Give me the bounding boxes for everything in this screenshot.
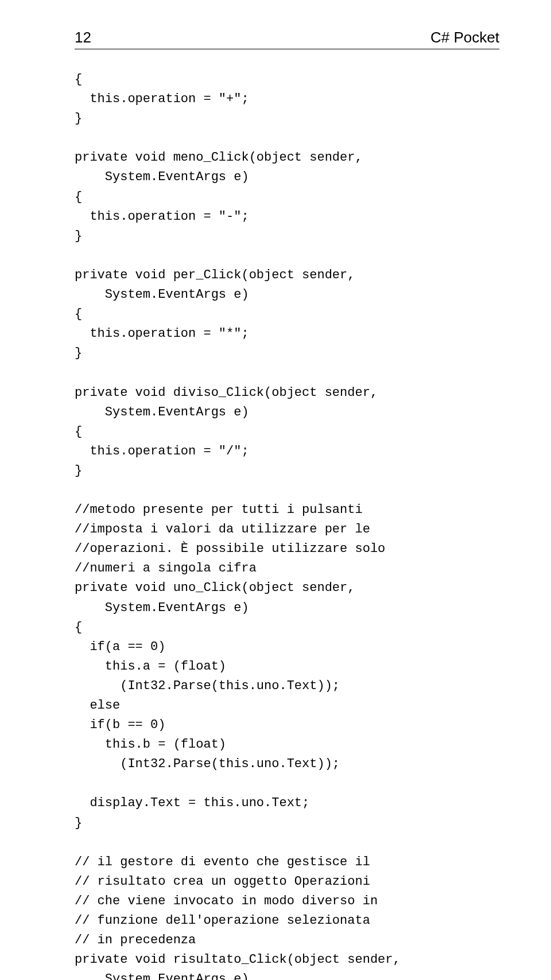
page-number: 12 xyxy=(75,29,91,46)
code-block: { this.operation = "+"; } private void m… xyxy=(75,70,499,980)
page-header: 12 C# Pocket xyxy=(75,29,499,49)
book-title: C# Pocket xyxy=(430,29,499,46)
page-container: 12 C# Pocket { this.operation = "+"; } p… xyxy=(0,0,551,980)
